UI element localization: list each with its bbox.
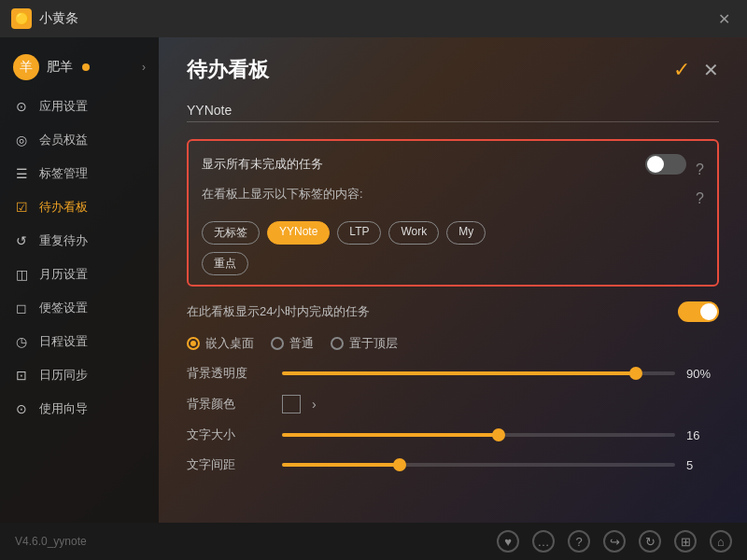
tag-chip-no-tag[interactable]: 无标签 (202, 221, 260, 245)
header-actions: ✓ ✕ (673, 58, 719, 82)
chevron-right-icon: › (142, 61, 146, 74)
font-size-slider[interactable] (282, 433, 675, 437)
tag-chip-my[interactable]: My (446, 221, 486, 245)
sidebar-item-todo-board[interactable]: ☑ 待办看板 (0, 190, 159, 224)
sidebar-item-usage-guide[interactable]: ⊙ 使用向导 (0, 392, 159, 426)
sidebar: 羊 肥羊 › ⊙ 应用设置 ◎ 会员权益 ☰ 标签管理 ☑ 待办看板 ↺ 重复待… (0, 37, 159, 523)
show-unfinished-row: 显示所有未完成的任务 ? (202, 154, 704, 186)
user-name: 肥羊 (47, 59, 73, 76)
sidebar-item-calendar-sync[interactable]: ⊡ 日历同步 (0, 358, 159, 392)
sidebar-item-label: 标签管理 (39, 165, 88, 182)
bg-opacity-slider[interactable] (282, 371, 675, 375)
font-size-label: 文字大小 (187, 427, 271, 443)
bg-opacity-label: 背景透明度 (187, 365, 271, 382)
sidebar-item-label: 日历同步 (39, 367, 88, 384)
font-spacing-fill (282, 463, 400, 467)
radio-top-label: 置于顶层 (349, 335, 398, 352)
radio-embed-label: 嵌入桌面 (205, 335, 254, 352)
bg-opacity-row: 背景透明度 90% (187, 365, 719, 382)
title-bar-left: 🟡 小黄条 (11, 8, 78, 29)
sidebar-item-label: 待办看板 (39, 199, 88, 216)
radio-normal[interactable]: 普通 (271, 335, 314, 352)
radio-top[interactable]: 置于顶层 (331, 335, 398, 352)
radio-normal-circle (271, 337, 284, 350)
tag-chip-work[interactable]: Work (388, 221, 439, 245)
repeat-todo-icon: ↺ (13, 232, 30, 249)
bg-opacity-track (282, 371, 675, 375)
bg-color-box[interactable] (282, 395, 301, 413)
bg-color-label: 背景颜色 (187, 396, 271, 413)
show-unfinished-toggle[interactable] (645, 154, 686, 175)
sidebar-item-tag-management[interactable]: ☰ 标签管理 (0, 157, 159, 190)
show-unfinished-label: 显示所有未完成的任务 (202, 156, 323, 173)
bg-opacity-thumb[interactable] (629, 367, 642, 380)
display-mode-row: 嵌入桌面 普通 置于顶层 (187, 335, 719, 352)
radio-normal-label: 普通 (289, 335, 314, 352)
sidebar-item-membership[interactable]: ◎ 会员权益 (0, 123, 159, 157)
tag-section-help-icon[interactable]: ? (696, 190, 704, 207)
bottom-icon-share[interactable]: ↪ (603, 530, 626, 553)
page-title: 待办看板 (187, 56, 269, 84)
content-header: 待办看板 ✓ ✕ (187, 56, 719, 84)
app-icon: 🟡 (11, 8, 32, 29)
font-spacing-track (282, 463, 675, 467)
show-24h-label: 在此看板显示24小时内完成的任务 (187, 303, 667, 320)
content-area: 待办看板 ✓ ✕ 显示所有未完成的任务 ? 在看板上显示以下标签的内容: ? (159, 37, 747, 523)
sidebar-user[interactable]: 羊 肥羊 › (0, 45, 159, 90)
font-spacing-thumb[interactable] (393, 458, 406, 471)
bottom-icon-chat[interactable]: … (532, 530, 555, 553)
bottom-bar: V4.6.0_yynote ♥ … ? ↪ ↻ ⊞ ⌂ (0, 523, 747, 560)
sidebar-item-repeat-todo[interactable]: ↺ 重复待办 (0, 224, 159, 258)
sidebar-item-note-settings[interactable]: ◻ 便签设置 (0, 291, 159, 325)
bottom-icon-heart[interactable]: ♥ (497, 530, 519, 553)
sidebar-item-label: 重复待办 (39, 232, 88, 249)
window-close-button[interactable]: ✕ (712, 8, 736, 30)
tag-chip-ltp[interactable]: LTP (337, 221, 381, 245)
font-size-track (282, 433, 675, 437)
user-avatar: 羊 (13, 54, 39, 80)
tag-filter-section: 显示所有未完成的任务 ? 在看板上显示以下标签的内容: ? 无标签 YYNote… (187, 139, 719, 287)
bottom-icon-home[interactable]: ⌂ (710, 530, 732, 553)
sidebar-item-label: 应用设置 (39, 98, 88, 115)
radio-embed-circle (187, 337, 200, 350)
display-mode-radio-group: 嵌入桌面 普通 置于顶层 (187, 335, 719, 352)
font-spacing-slider[interactable] (282, 463, 675, 467)
cancel-button[interactable]: ✕ (703, 59, 719, 81)
calendar-settings-icon: ◫ (13, 266, 30, 283)
sidebar-item-label: 便签设置 (39, 300, 88, 316)
sidebar-item-label: 日程设置 (39, 333, 88, 350)
sidebar-item-calendar-settings[interactable]: ◫ 月历设置 (0, 258, 159, 291)
sidebar-item-app-settings[interactable]: ⊙ 应用设置 (0, 90, 159, 123)
bg-color-row: 背景颜色 › (187, 395, 719, 413)
show-unfinished-help-icon[interactable]: ? (696, 161, 704, 178)
board-name-input[interactable] (187, 99, 719, 122)
color-arrow-icon[interactable]: › (312, 397, 317, 412)
sidebar-item-label: 会员权益 (39, 132, 88, 148)
membership-icon: ◎ (13, 132, 30, 148)
schedule-settings-icon: ◷ (13, 333, 30, 350)
sidebar-item-label: 月历设置 (39, 266, 88, 283)
bottom-icon-help[interactable]: ? (568, 530, 590, 553)
version-label: V4.6.0_yynote (15, 535, 87, 548)
bottom-icon-grid[interactable]: ⊞ (674, 530, 697, 553)
sidebar-item-schedule-settings[interactable]: ◷ 日程设置 (0, 325, 159, 358)
todo-board-icon: ☑ (13, 199, 30, 216)
tag-chip-yynote[interactable]: YYNote (267, 221, 330, 245)
font-size-thumb[interactable] (492, 428, 505, 441)
main-layout: 羊 肥羊 › ⊙ 应用设置 ◎ 会员权益 ☰ 标签管理 ☑ 待办看板 ↺ 重复待… (0, 37, 747, 523)
usage-guide-icon: ⊙ (13, 400, 30, 417)
show-24h-toggle[interactable] (678, 301, 719, 322)
bg-opacity-value: 90% (686, 367, 719, 381)
confirm-button[interactable]: ✓ (673, 58, 690, 82)
radio-embed[interactable]: 嵌入桌面 (187, 335, 254, 352)
user-status-dot (82, 63, 90, 71)
font-spacing-row: 文字间距 5 (187, 456, 719, 473)
show-unfinished-toggle-row: 显示所有未完成的任务 (202, 154, 686, 175)
tag-chip-key[interactable]: 重点 (202, 252, 248, 275)
bottom-icon-refresh[interactable]: ↻ (639, 530, 661, 553)
font-size-row: 文字大小 16 (187, 427, 719, 443)
app-title: 小黄条 (39, 10, 78, 27)
note-settings-icon: ◻ (13, 300, 30, 316)
show-24h-row: 在此看板显示24小时内完成的任务 (187, 301, 719, 322)
tags-row-2: 重点 (202, 252, 704, 275)
